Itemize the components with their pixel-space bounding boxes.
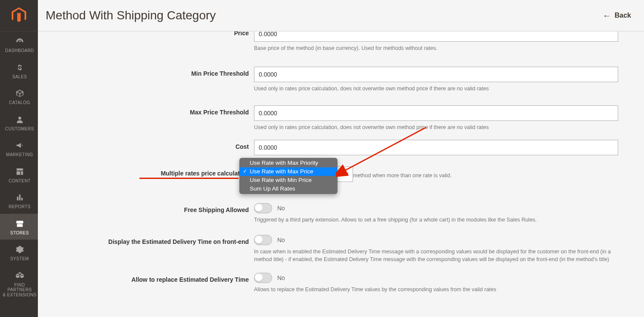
nav-item-stores[interactable]: STORES <box>0 214 38 240</box>
bars-icon <box>15 193 24 202</box>
nav-item-find[interactable]: FIND PARTNERS & EXTENSIONS <box>0 266 38 302</box>
nav-item-label: STORES <box>10 231 29 236</box>
magento-logo[interactable] <box>0 0 38 31</box>
admin-sidebar: DASHBOARDSALESCATALOGCUSTOMERSMARKETINGC… <box>0 0 38 317</box>
back-button[interactable]: ← Back <box>600 10 634 21</box>
storefront-icon <box>15 219 24 228</box>
nav-item-content[interactable]: CONTENT <box>0 162 38 188</box>
multi-rates-dropdown-popup[interactable]: Use Rate with Max PriorityUse Rate with … <box>239 158 337 194</box>
field-help: Used only in rates price calculation, do… <box>254 123 618 131</box>
person-icon <box>15 115 24 124</box>
field-row-free-shipping: Free Shipping Allowed No Triggered by a … <box>46 203 618 224</box>
nav-item-marketing[interactable]: MARKETING <box>0 135 38 162</box>
field-row-max-threshold: Max Price Threshold Used only in rates p… <box>46 105 618 131</box>
dropdown-option[interactable]: Use Rate with Max Priority <box>239 159 337 167</box>
magento-logo-icon <box>12 7 26 24</box>
min-threshold-input[interactable] <box>254 67 618 82</box>
display-edt-toggle[interactable] <box>254 235 272 245</box>
field-label: Max Price Threshold <box>46 105 254 116</box>
price-input[interactable] <box>254 31 618 42</box>
nav-item-label: CUSTOMERS <box>5 126 34 132</box>
cost-input[interactable] <box>254 140 618 155</box>
annotation-underline <box>139 178 238 179</box>
field-label: Allow to replace Estimated Delivery Time <box>46 273 254 283</box>
nav-item-label: CATALOG <box>9 100 30 105</box>
field-help: Used only in rates price calculation, do… <box>254 85 618 92</box>
dropdown-option[interactable]: Use Rate with Min Price <box>239 176 337 185</box>
arrow-left-icon: ← <box>603 11 611 21</box>
field-help: Triggered by a third party extension. Al… <box>254 216 618 224</box>
dropdown-option[interactable]: Use Rate with Max Price <box>239 167 337 176</box>
back-button-label: Back <box>615 12 631 19</box>
nav-item-system[interactable]: SYSTEM <box>0 240 38 266</box>
replace-edt-toggle[interactable] <box>254 273 272 283</box>
nav-item-customers[interactable]: CUSTOMERS <box>0 110 38 136</box>
form-content: Price Base price of the method (in base … <box>38 31 644 317</box>
box-icon <box>15 89 24 98</box>
page-header: Method With Shipping Category ← Back <box>38 0 644 31</box>
field-row-min-threshold: Min Price Threshold Used only in rates p… <box>46 67 618 92</box>
nav-item-label: DASHBOARD <box>5 48 34 53</box>
field-row-display-edt: Display the Estimated Delivery Time on f… <box>46 235 618 263</box>
nav-item-label: FIND PARTNERS & EXTENSIONS <box>2 283 37 298</box>
dropdown-option[interactable]: Sum Up All Rates <box>239 185 337 193</box>
nav-item-label: MARKETING <box>6 152 33 157</box>
nav-item-label: REPORTS <box>9 204 31 209</box>
nav-item-label: CONTENT <box>9 179 31 184</box>
nav-item-label: SYSTEM <box>10 256 29 262</box>
free-shipping-toggle[interactable] <box>254 203 272 213</box>
nav-item-reports[interactable]: REPORTS <box>0 188 38 214</box>
megaphone-icon <box>15 141 24 150</box>
field-row-price: Price Base price of the method (in base … <box>46 31 618 52</box>
field-label: Cost <box>46 140 254 150</box>
max-threshold-input[interactable] <box>254 105 618 121</box>
field-help: Base price of the method (in base curren… <box>254 44 618 52</box>
field-label: Display the Estimated Delivery Time on f… <box>46 235 254 245</box>
dollar-icon <box>15 63 24 72</box>
field-row-replace-edt: Allow to replace Estimated Delivery Time… <box>46 273 618 293</box>
gear-icon <box>15 245 24 254</box>
field-label: Free Shipping Allowed <box>46 203 254 213</box>
toggle-state-label: No <box>277 237 285 243</box>
nav-item-dashboard[interactable]: DASHBOARD <box>0 31 38 58</box>
field-row-cost: Cost <box>46 140 618 155</box>
field-help: Allows to replace the Estimated Delivery… <box>254 286 618 293</box>
cubes-icon <box>15 271 24 280</box>
layout-icon <box>15 167 24 176</box>
toggle-state-label: No <box>277 205 285 212</box>
toggle-state-label: No <box>277 274 285 281</box>
field-label: Min Price Threshold <box>46 67 254 77</box>
gauge-icon <box>15 37 24 46</box>
field-label: Multiple rates price calculation * <box>46 166 254 177</box>
nav-item-label: SALES <box>12 74 27 80</box>
nav-item-catalog[interactable]: CATALOG <box>0 83 38 110</box>
field-help: In case when is enabled the Estimated De… <box>254 248 618 263</box>
field-label: Price <box>46 31 254 37</box>
nav-item-sales[interactable]: SALES <box>0 58 38 84</box>
main-panel: Method With Shipping Category ← Back Pri… <box>38 0 644 317</box>
page-title: Method With Shipping Category <box>46 9 216 22</box>
